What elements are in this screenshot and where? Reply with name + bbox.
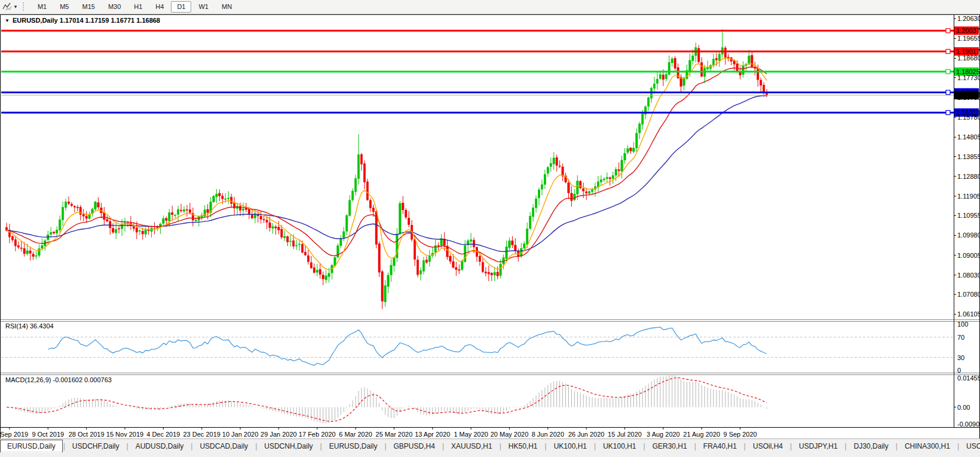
tab-USOil-H1[interactable]: USOil,H1 (960, 440, 980, 452)
moving-averages-layer (7, 58, 767, 270)
macd-histogram (7, 374, 767, 423)
tab-USDCHF-Daily[interactable]: USDCHF,Daily (66, 440, 126, 452)
timeframe-button-D1[interactable]: D1 (171, 1, 191, 13)
svg-text:9 Oct 2019: 9 Oct 2019 (32, 431, 64, 438)
svg-text:1.20630: 1.20630 (957, 15, 979, 22)
timeframe-button-M5[interactable]: M5 (54, 1, 75, 13)
ma-slow-line (7, 96, 767, 252)
chart-line-icon[interactable] (2, 2, 13, 11)
toolbar: ▼ M1M5M15M30H1H4D1W1MN (0, 0, 980, 14)
svg-text:1.10955: 1.10955 (957, 212, 979, 219)
svg-text:1.09980: 1.09980 (957, 231, 979, 239)
svg-text:1.13855: 1.13855 (957, 153, 979, 160)
svg-text:3 Aug 2020: 3 Aug 2020 (647, 431, 680, 438)
chart-title: ▼ EURUSD,Daily 1.17014 1.17159 1.16771 1… (5, 17, 160, 24)
svg-text:70: 70 (957, 334, 964, 341)
svg-text:1.19655: 1.19655 (957, 35, 979, 42)
timeframe-button-H4[interactable]: H4 (149, 1, 170, 13)
tab-UK100-H1[interactable]: UK100,H1 (547, 440, 593, 452)
svg-text:1.11905: 1.11905 (957, 193, 979, 200)
tab-GER30-H1[interactable]: GER30,H1 (646, 440, 694, 452)
svg-text:1.20037: 1.20037 (956, 27, 979, 34)
svg-text:1.16755: 1.16755 (957, 94, 979, 101)
chart-title-text: EURUSD,Daily 1.17014 1.17159 1.16771 1.1… (13, 17, 160, 24)
tab-UK100-H1[interactable]: UK100,H1 (596, 440, 642, 452)
svg-text:10 Jan 2020: 10 Jan 2020 (222, 431, 259, 438)
tab-USDJPY-H1[interactable]: USDJPY,H1 (792, 440, 844, 452)
svg-text:20 May 2020: 20 May 2020 (491, 431, 529, 438)
macd-label: MACD(12,26,9) -0.001602 0.000763 (5, 376, 112, 383)
price-axis-ticks: 1.206301.196551.186801.177301.167551.157… (954, 15, 979, 318)
svg-text:1.06105: 1.06105 (957, 310, 979, 318)
svg-text:20 Sep 2019: 20 Sep 2019 (1, 431, 28, 438)
svg-text:1.18680: 1.18680 (957, 54, 979, 62)
timeframe-buttons: M1M5M15M30H1H4D1W1MN (31, 1, 238, 13)
svg-text:21 Aug 2020: 21 Aug 2020 (683, 431, 720, 438)
ma-fast-line (7, 58, 767, 270)
tab-USDCAD-Daily[interactable]: USDCAD,Daily (193, 440, 255, 452)
toolbar-grip[interactable] (23, 2, 26, 11)
tab-EURUSD-Daily[interactable]: EURUSD,Daily (0, 440, 63, 453)
svg-text:1.14805: 1.14805 (957, 133, 979, 141)
caret-down-icon[interactable]: ▼ (13, 4, 18, 10)
macd-signal-line (7, 378, 767, 422)
timeframe-button-M15[interactable]: M15 (76, 1, 100, 13)
rsi-line (48, 327, 767, 365)
svg-text:8 Jun 2020: 8 Jun 2020 (532, 431, 564, 438)
svg-text:15 Nov 2019: 15 Nov 2019 (106, 431, 143, 438)
tab-CHINA300-H1[interactable]: CHINA300,H1 (898, 440, 957, 452)
symbol-dropdown-icon[interactable]: ▼ (5, 18, 10, 23)
tab-AUDUSD-Daily[interactable]: AUDUSD,Daily (129, 440, 191, 452)
trading-terminal: ▼ M1M5M15M30H1H4D1W1MN 1.200371.190171.1… (0, 0, 980, 457)
svg-text:30: 30 (957, 354, 964, 361)
tab-USDCNH-Daily[interactable]: USDCNH,Daily (258, 440, 319, 452)
svg-text:15 Jul 2020: 15 Jul 2020 (608, 431, 642, 438)
chart-tab-bar: EURUSD,Daily|USDCHF,Daily|AUDUSD,Daily|U… (0, 438, 980, 453)
timeframe-button-M30[interactable]: M30 (102, 1, 127, 13)
tab-USOil-H4[interactable]: USOil,H4 (746, 440, 789, 452)
rsi-label: RSI(14) 36.4304 (5, 322, 54, 330)
svg-text:0.00: 0.00 (957, 404, 970, 411)
timeframe-button-MN[interactable]: MN (216, 1, 238, 13)
svg-text:23 Dec 2019: 23 Dec 2019 (183, 431, 220, 438)
tab-DJ30-Daily[interactable]: DJ30,Daily (847, 440, 895, 452)
svg-text:1.07080: 1.07080 (957, 291, 979, 298)
svg-text:-0.009001: -0.009001 (957, 421, 979, 428)
svg-text:4 Dec 2019: 4 Dec 2019 (146, 431, 180, 438)
timeframe-button-W1[interactable]: W1 (192, 1, 215, 13)
svg-text:1.09005: 1.09005 (957, 252, 979, 259)
ma-medium-line (7, 67, 767, 262)
date-axis: 20 Sep 20199 Oct 201928 Oct 201915 Nov 2… (1, 427, 757, 438)
svg-text:26 Jun 2020: 26 Jun 2020 (568, 431, 605, 438)
tab-FRA40-H1[interactable]: FRA40,H1 (697, 440, 743, 452)
svg-text:17 Feb 2020: 17 Feb 2020 (299, 431, 336, 438)
svg-text:13 Apr 2020: 13 Apr 2020 (415, 431, 450, 438)
tab-XAUUSD-H1[interactable]: XAUUSD,H1 (445, 440, 499, 452)
svg-text:1.12880: 1.12880 (957, 173, 979, 180)
svg-text:1 May 2020: 1 May 2020 (454, 431, 488, 438)
svg-text:1.15780: 1.15780 (957, 114, 979, 121)
chart-window: 1.200371.190171.180251.170051.160131.168… (0, 14, 980, 439)
svg-text:6 Mar 2020: 6 Mar 2020 (339, 431, 372, 438)
tab-GBPUSD-H4[interactable]: GBPUSD,H4 (387, 440, 442, 452)
svg-text:0.014556: 0.014556 (957, 374, 979, 382)
bottom-strip (0, 453, 980, 457)
timeframe-button-M1[interactable]: M1 (32, 1, 53, 13)
svg-text:1.19017: 1.19017 (956, 48, 979, 55)
horizontal-lines-layer[interactable]: 1.200371.190171.180251.170051.160131.168… (1, 26, 979, 117)
svg-text:1.17730: 1.17730 (957, 74, 979, 81)
svg-text:1.08030: 1.08030 (957, 272, 979, 279)
svg-text:25 Mar 2020: 25 Mar 2020 (376, 431, 413, 438)
svg-text:28 Oct 2019: 28 Oct 2019 (69, 431, 105, 438)
svg-text:29 Jan 2020: 29 Jan 2020 (261, 431, 297, 438)
svg-text:9 Sep 2020: 9 Sep 2020 (723, 431, 757, 438)
tab-HK50-H1[interactable]: HK50,H1 (502, 440, 544, 452)
tab-EURUSD-Daily[interactable]: EURUSD,Daily (323, 440, 384, 452)
timeframe-button-H1[interactable]: H1 (128, 1, 148, 13)
price-chart-canvas[interactable]: 1.200371.190171.180251.170051.160131.168… (1, 15, 979, 438)
